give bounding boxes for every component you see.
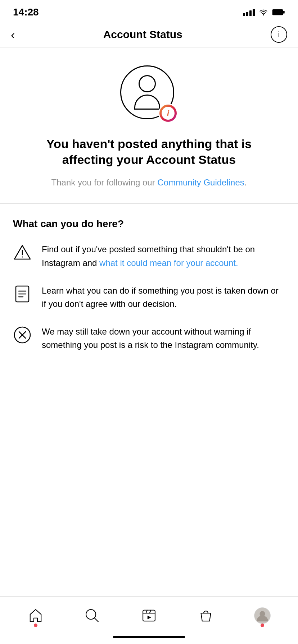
- home-indicator: [0, 632, 298, 644]
- profile-notification-dot: [261, 624, 264, 627]
- info-button[interactable]: i: [271, 26, 287, 43]
- page-title: Account Status: [103, 28, 182, 41]
- search-icon: [83, 606, 101, 625]
- hero-title: You haven't posted anything that is affe…: [22, 136, 276, 167]
- community-guidelines-link[interactable]: Community Guidelines: [157, 178, 244, 187]
- avatar-head: [139, 75, 156, 92]
- wifi-icon: [258, 8, 268, 16]
- svg-rect-2: [283, 11, 285, 14]
- account-impact-link[interactable]: what it could mean for your account.: [99, 258, 238, 268]
- document-icon: [13, 285, 32, 303]
- info-badge-letter: i: [162, 107, 175, 120]
- svg-line-17: [146, 610, 147, 613]
- svg-marker-19: [148, 616, 151, 619]
- back-button[interactable]: ‹: [11, 28, 15, 41]
- avatar-container: i: [120, 65, 178, 123]
- main-content: i You haven't posted anything that is af…: [0, 47, 298, 596]
- info-item-warning2: We may still take down your account with…: [13, 325, 285, 351]
- hero-section: i You haven't posted anything that is af…: [0, 47, 298, 204]
- circle-x-icon: [13, 326, 32, 344]
- avatar-body: [134, 95, 160, 110]
- info-section: What can you do here? Find out if you've…: [0, 204, 298, 377]
- home-notification-dot: [34, 624, 37, 627]
- svg-line-18: [150, 610, 151, 613]
- info-heading: What can you do here?: [13, 218, 285, 230]
- status-time: 14:28: [13, 6, 39, 18]
- nav-search[interactable]: [83, 606, 101, 625]
- info-item-warning: Find out if you've posted something that…: [13, 243, 285, 269]
- info-text-warning2: We may still take down your account with…: [42, 325, 285, 351]
- svg-line-14: [94, 617, 98, 621]
- status-icons: [243, 8, 285, 16]
- bottom-nav: [0, 596, 298, 632]
- nav-bar: ‹ Account Status i: [0, 22, 298, 47]
- svg-rect-15: [143, 610, 155, 621]
- avatar-person: [134, 75, 160, 110]
- svg-point-0: [263, 14, 264, 15]
- nav-profile[interactable]: [253, 606, 272, 625]
- reels-icon: [140, 606, 158, 625]
- info-text-warning: Find out if you've posted something that…: [42, 243, 285, 269]
- nav-shop[interactable]: [197, 606, 215, 625]
- hero-subtitle-after: .: [244, 178, 247, 187]
- profile-avatar: [254, 607, 271, 624]
- info-text-document: Learn what you can do if something you p…: [42, 284, 285, 310]
- nav-home[interactable]: [26, 606, 45, 625]
- info-item-document: Learn what you can do if something you p…: [13, 284, 285, 310]
- hero-subtitle: Thank you for following our Community Gu…: [51, 176, 247, 189]
- hero-subtitle-before: Thank you for following our: [51, 178, 158, 187]
- home-icon: [26, 606, 45, 625]
- profile-icon: [253, 606, 272, 625]
- shop-icon: [197, 606, 215, 625]
- home-indicator-bar: [113, 636, 185, 638]
- signal-icon: [243, 8, 255, 16]
- nav-reels[interactable]: [140, 606, 158, 625]
- status-bar: 14:28: [0, 0, 298, 22]
- warning-icon: [13, 243, 32, 262]
- info-badge: i: [158, 104, 178, 123]
- battery-icon: [272, 9, 285, 16]
- svg-point-5: [22, 257, 23, 258]
- svg-rect-1: [272, 9, 283, 15]
